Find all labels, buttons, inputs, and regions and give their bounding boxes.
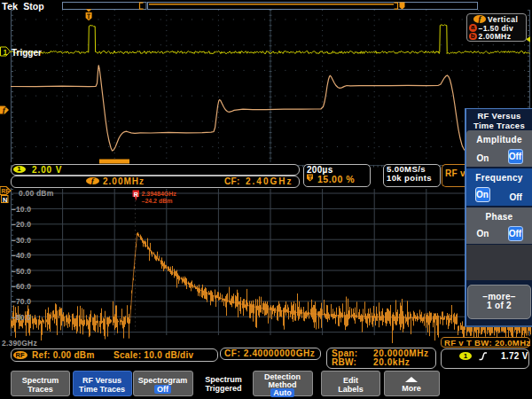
svg-text:R: R — [134, 192, 138, 198]
svg-text:1: 1 — [4, 48, 8, 57]
svg-text:N: N — [3, 196, 7, 204]
svg-text:RF: RF — [2, 188, 10, 194]
svg-text:Trigger: Trigger — [12, 48, 42, 58]
